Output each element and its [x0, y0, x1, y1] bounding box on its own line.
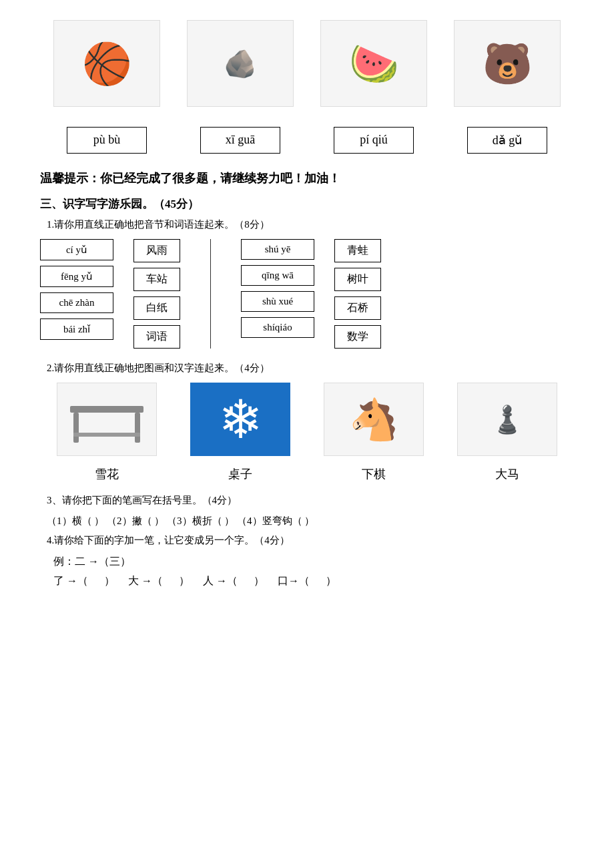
horse-image: 🐴	[324, 383, 424, 456]
right-pinyin-4: shíqiáo	[241, 317, 314, 338]
word-label-4: 大马	[457, 466, 557, 482]
right-chinese-3: 石桥	[334, 296, 381, 320]
left-pinyin-col: cí yǔ fēng yǔ chē zhàn bái zhǐ	[40, 239, 113, 349]
matching-exercise: cí yǔ fēng yǔ chē zhàn bái zhǐ 风雨 车站 白纸 …	[40, 239, 574, 349]
word-label-2: 桌子	[190, 466, 290, 482]
right-pinyin-1: shú yē	[241, 239, 314, 260]
svg-rect-1	[73, 413, 79, 443]
right-pinyin-col: shú yē qīng wā shù xué shíqiáo	[241, 239, 314, 349]
transform-item-2: 大 →（ ）	[128, 575, 190, 586]
reminder-text: 温馨提示：你已经完成了很多题，请继续努力吧！加油！	[40, 170, 574, 186]
bear-image: 🐻	[454, 20, 561, 107]
section3-sub1: 1.请你用直线正确地把音节和词语连起来。（8分）	[47, 218, 574, 231]
right-chinese-1: 青蛙	[334, 239, 381, 262]
word-label-1: 雪花	[57, 466, 157, 482]
rock-image: 🪨	[187, 20, 294, 107]
section3-sub3: 3、请你把下面的笔画写在括号里。（4分）	[47, 494, 574, 507]
transform-item-3: 人 →（ ）	[203, 575, 264, 586]
watermelon-image: 🍉	[320, 20, 427, 107]
pinyin-row: pù bù xī guā pí qiú dǎ gǔ	[40, 127, 574, 154]
word-labels-row: 雪花 桌子 下棋 大马	[40, 466, 574, 482]
left-chinese-1: 风雨	[133, 239, 180, 262]
pinyin-box-2: xī guā	[200, 127, 280, 154]
section3-title: 三、识字写字游乐园。（45分）	[40, 196, 574, 212]
svg-rect-2	[135, 413, 140, 443]
basketball-image: 🏀	[53, 20, 160, 107]
section3-sub4: 4.请你给下面的字加一笔，让它变成另一个字。（4分）	[47, 534, 574, 547]
left-pinyin-1: cí yǔ	[40, 239, 113, 260]
pinyin-box-1: pù bù	[67, 127, 147, 154]
transform-item-1: 了 →（ ）	[53, 575, 115, 586]
left-chinese-col: 风雨 车站 白纸 词语	[133, 239, 180, 349]
right-chinese-col: 青蛙 树叶 石桥 数学	[334, 239, 381, 349]
left-pinyin-3: chē zhàn	[40, 292, 113, 313]
pinyin-box-4: dǎ gǔ	[467, 127, 547, 154]
right-pinyin-3: shù xué	[241, 291, 314, 312]
right-chinese-2: 树叶	[334, 268, 381, 291]
example-line: 例：二 →（三）	[53, 555, 574, 569]
left-chinese-2: 车站	[133, 268, 180, 291]
strokes-exercise: （1）横（ ） （2）撇（ ） （3）横折（ ） （4）竖弯钩（ ）	[47, 515, 574, 527]
svg-rect-3	[73, 433, 140, 437]
left-pinyin-2: fēng yǔ	[40, 266, 113, 287]
right-chinese-4: 数学	[334, 325, 381, 349]
top-images-row: 🏀 🪨 🍉 🐻	[40, 20, 574, 107]
left-chinese-3: 白纸	[133, 296, 180, 320]
chess-image: ♟️	[457, 383, 557, 456]
pinyin-box-3: pí qiú	[334, 127, 414, 154]
word-label-3: 下棋	[324, 466, 424, 482]
divider-line	[210, 239, 211, 349]
transform-item-4: 口→（ ）	[278, 575, 336, 586]
right-pinyin-2: qīng wā	[241, 265, 314, 286]
section3-sub2: 2.请你用直线正确地把图画和汉字连起来。（4分）	[47, 362, 574, 375]
snowflake-image: ❄	[190, 383, 290, 456]
svg-rect-0	[70, 406, 143, 413]
table-image	[57, 383, 157, 456]
left-chinese-4: 词语	[133, 325, 180, 349]
images-row2: ❄ 🐴 ♟️	[40, 383, 574, 456]
left-pinyin-4: bái zhǐ	[40, 318, 113, 340]
transform-exercise-line: 了 →（ ） 大 →（ ） 人 →（ ） 口→（ ）	[53, 574, 574, 588]
